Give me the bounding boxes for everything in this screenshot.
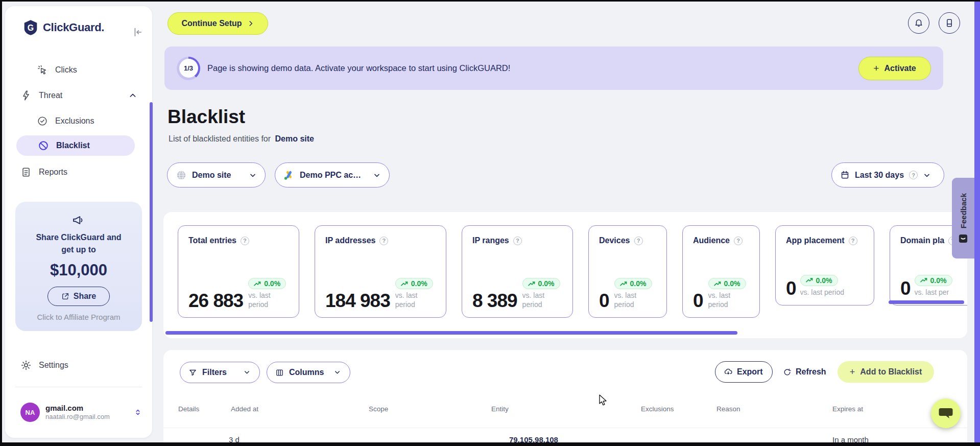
speech-bubble-icon <box>939 407 953 419</box>
chat-widget-button[interactable] <box>931 398 961 428</box>
date-range-value: Last 30 days <box>855 171 904 180</box>
table-header-divider <box>163 428 967 428</box>
ppc-selector-value: Demo PPC ac… <box>300 171 361 180</box>
stat-period: vs. last period <box>708 291 742 309</box>
delta-badge: 0.0% <box>915 275 952 286</box>
chevron-down-icon <box>249 171 257 179</box>
sidebar-item-label: Threat <box>39 91 62 100</box>
sidebar-item-label: Blacklist <box>56 141 90 150</box>
google-ads-icon <box>283 170 295 181</box>
feedback-label: Feedback <box>959 193 968 228</box>
sidebar-scrollbar[interactable] <box>150 102 153 322</box>
columns-button[interactable]: Columns <box>267 362 350 383</box>
docs-button[interactable] <box>939 12 960 34</box>
account-switcher[interactable]: NA gmail.com naatali.ro@gmail.com <box>20 403 142 422</box>
page-vertical-scrollbar[interactable] <box>974 0 980 442</box>
subtitle-site-name: Demo site <box>275 134 314 143</box>
cards-horizontal-scrollbar[interactable] <box>165 331 737 335</box>
avatar: NA <box>20 403 40 422</box>
brand-name: ClickGuard. <box>43 21 104 34</box>
cards-scrollbar-end[interactable] <box>889 300 964 304</box>
filters-label: Filters <box>202 368 227 377</box>
stat-label: Total entries <box>188 236 236 245</box>
refresh-button[interactable]: Refresh <box>783 361 826 383</box>
share-button-label: Share <box>74 292 96 301</box>
stat-value: 0 <box>900 280 911 297</box>
trend-up-icon <box>254 281 261 287</box>
chevron-right-icon <box>247 20 254 27</box>
delta-badge: 0.0% <box>614 278 652 289</box>
stats-panel: Total entries? 26 883 0.0% vs. last peri… <box>163 212 967 338</box>
stat-label: IP ranges <box>472 236 509 245</box>
affiliate-promo-card[interactable]: Share ClickGuard and get up to $10,000 S… <box>15 202 142 331</box>
continue-setup-button[interactable]: Continue Setup <box>168 12 268 35</box>
date-range-selector[interactable]: Last 30 days ? <box>831 162 944 187</box>
sidebar-item-threat[interactable]: Threat <box>20 85 137 106</box>
promo-amount: $10,000 <box>15 261 142 279</box>
help-icon: ? <box>241 237 249 245</box>
stat-card-devices: Devices? 0 0.0% vs. last period <box>588 225 667 318</box>
share-button[interactable]: Share <box>47 287 110 306</box>
sidebar-collapse-button[interactable] <box>132 27 143 38</box>
refresh-label: Refresh <box>796 367 826 377</box>
column-header-reason[interactable]: Reason <box>716 405 740 413</box>
promo-line2: get up to <box>15 244 142 256</box>
book-icon <box>944 18 954 28</box>
activate-label: Activate <box>884 64 916 73</box>
site-selector[interactable]: Demo site <box>167 162 266 187</box>
brand-logo-icon: G <box>23 19 38 36</box>
sidebar: G ClickGuard. Clicks Threat Exclusions B… <box>5 6 152 438</box>
column-header-added-at[interactable]: Added at <box>231 405 258 413</box>
promo-line1: Share ClickGuard and <box>15 231 142 244</box>
add-to-blacklist-button[interactable]: + Add to Blacklist <box>838 361 934 383</box>
help-icon: ? <box>849 237 857 245</box>
sidebar-item-exclusions[interactable]: Exclusions <box>37 111 134 131</box>
chevron-down-icon <box>243 368 251 377</box>
plus-icon: + <box>873 63 879 74</box>
help-icon: ? <box>634 237 643 245</box>
stat-value: 0 <box>599 292 609 309</box>
help-icon: ? <box>513 237 522 245</box>
page-title: Blacklist <box>168 106 245 128</box>
page-subtitle: List of blacklisted entities for Demo si… <box>169 134 314 144</box>
stat-period: vs. last period <box>614 291 648 309</box>
column-header-expires-at[interactable]: Expires at <box>832 405 863 413</box>
mouse-cursor <box>598 394 608 407</box>
ppc-account-selector[interactable]: Demo PPC ac… <box>275 162 390 187</box>
sidebar-item-clicks[interactable]: Clicks <box>37 60 134 80</box>
setup-progress-value: 1/3 <box>179 59 198 78</box>
stat-value: 0 <box>786 280 796 297</box>
chevron-down-icon <box>333 368 342 377</box>
sidebar-item-settings[interactable]: Settings <box>20 355 137 375</box>
external-link-icon <box>61 292 69 300</box>
trend-up-icon <box>528 281 536 287</box>
sidebar-item-reports[interactable]: Reports <box>20 162 137 182</box>
check-badge-icon <box>37 115 48 127</box>
promo-footer: Click to Affiliate Program <box>15 313 142 321</box>
frame-edge-top <box>0 0 980 2</box>
sidebar-item-label: Reports <box>39 168 67 177</box>
export-button[interactable]: Export <box>715 361 773 383</box>
column-header-entity[interactable]: Entity <box>491 405 509 413</box>
stat-card-audience: Audience? 0 0.0% vs. last period <box>682 225 760 318</box>
stat-period: vs. last period <box>800 288 844 297</box>
column-header-scope[interactable]: Scope <box>369 405 388 413</box>
sidebar-item-blacklist[interactable]: Blacklist <box>16 135 135 156</box>
column-header-details[interactable]: Details <box>178 405 199 413</box>
feedback-tab[interactable]: Feedback <box>952 178 974 259</box>
brand: G ClickGuard. <box>23 19 104 36</box>
stat-value: 8 389 <box>472 292 517 309</box>
notifications-button[interactable] <box>908 12 929 34</box>
chevron-updown-icon <box>134 408 142 417</box>
column-header-exclusions[interactable]: Exclusions <box>641 405 674 413</box>
activate-button[interactable]: + Activate <box>858 57 931 80</box>
delta-badge: 0.0% <box>248 278 286 289</box>
stat-label: App placement <box>786 236 845 245</box>
cell-entity: 79.105.98.108 <box>509 435 558 442</box>
filters-button[interactable]: Filters <box>180 362 260 383</box>
chevron-up-icon <box>129 91 137 100</box>
delta-badge: 0.0% <box>708 278 746 289</box>
trend-up-icon <box>806 277 814 283</box>
stat-period: vs. last period <box>522 291 556 309</box>
cloud-download-icon <box>724 367 733 377</box>
